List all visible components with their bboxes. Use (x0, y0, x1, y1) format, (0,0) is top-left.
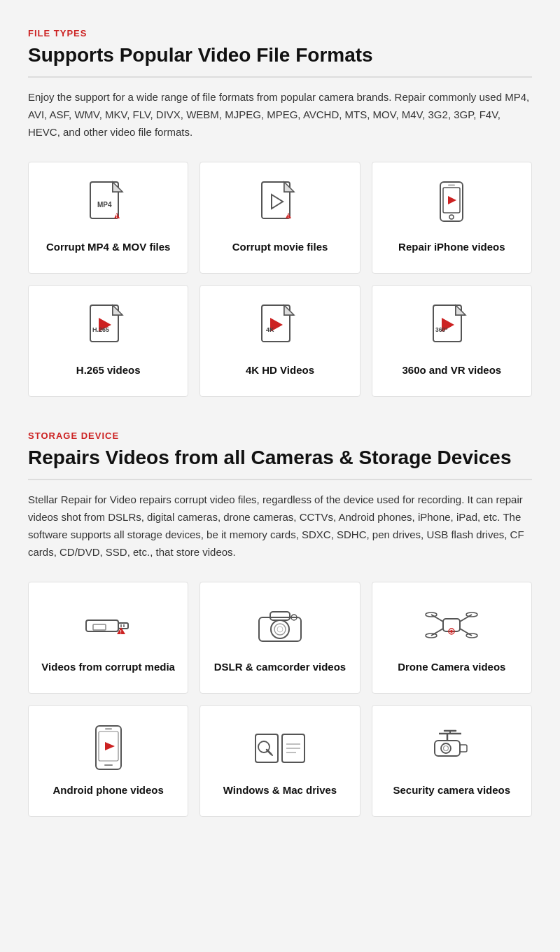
card-iphone-label: Repair iPhone videos (398, 239, 505, 254)
card-movie: ! Corrupt movie files (200, 162, 360, 274)
svg-rect-64 (435, 741, 460, 756)
svg-text:360°: 360° (435, 326, 448, 333)
card-windows-mac-label: Windows & Mac drives (223, 783, 337, 797)
svg-point-50 (450, 630, 453, 633)
file-types-title: Supports Popular Video File Formats (28, 44, 532, 78)
svg-rect-67 (460, 745, 467, 752)
card-dslr: DSLR & camcorder videos (200, 582, 360, 694)
drive-icon (254, 725, 306, 770)
card-4k-label: 4K HD Videos (246, 363, 314, 377)
movie-icon: ! (259, 182, 301, 227)
file-types-label: FILE TYPES (28, 28, 532, 38)
svg-point-36 (271, 620, 289, 638)
svg-text:!: ! (287, 214, 288, 218)
file-types-section: FILE TYPES Supports Popular Video File F… (28, 28, 532, 397)
svg-point-13 (449, 215, 454, 219)
svg-rect-34 (259, 617, 301, 641)
svg-marker-53 (105, 742, 115, 750)
android-icon (93, 725, 124, 770)
drone-icon (424, 602, 479, 647)
svg-text:H.265: H.265 (92, 326, 109, 333)
svg-rect-14 (448, 185, 455, 186)
h265-icon: H.265 (88, 305, 130, 350)
svg-line-41 (431, 615, 443, 622)
card-drone-label: Drone Camera videos (398, 659, 505, 674)
card-360-label: 360o and VR videos (402, 363, 501, 377)
card-corrupt-media-label: Videos from corrupt media (41, 659, 175, 674)
card-windows-mac: Windows & Mac drives (200, 705, 360, 817)
svg-point-66 (444, 746, 449, 751)
storage-title: Repairs Videos from all Cameras & Storag… (28, 447, 532, 480)
mp4-icon: MP4 ! (88, 182, 130, 227)
usb-icon: ! (83, 602, 134, 647)
card-mp4-mov: MP4 ! Corrupt MP4 & MOV files (28, 162, 188, 274)
svg-rect-35 (270, 612, 290, 620)
svg-text:MP4: MP4 (97, 201, 112, 209)
4k-icon: 4K (259, 305, 301, 350)
card-security-label: Security camera videos (393, 783, 511, 797)
card-4k: 4K 4K HD Videos (200, 285, 360, 397)
svg-point-37 (274, 624, 286, 635)
svg-point-65 (441, 743, 451, 753)
svg-rect-55 (105, 728, 112, 730)
card-android: Android phone videos (28, 705, 188, 817)
security-icon (425, 725, 478, 770)
storage-section: STORAGE DEVICE Repairs Videos from all C… (28, 430, 532, 817)
360-icon: 360° (430, 305, 472, 350)
svg-marker-12 (448, 196, 456, 204)
svg-rect-31 (93, 624, 106, 630)
svg-line-44 (460, 629, 472, 636)
file-types-grid: MP4 ! Corrupt MP4 & MOV files (28, 162, 532, 397)
svg-line-42 (460, 615, 472, 622)
svg-rect-40 (443, 619, 460, 631)
svg-marker-7 (272, 195, 283, 209)
iphone-icon (433, 182, 470, 227)
card-security: Security camera videos (372, 705, 532, 817)
svg-text:!: ! (120, 629, 121, 634)
card-dslr-label: DSLR & camcorder videos (214, 659, 346, 674)
svg-rect-28 (118, 623, 128, 629)
file-types-description: Enjoy the support for a wide range of fi… (28, 89, 532, 141)
svg-line-43 (431, 629, 443, 636)
card-360: 360° 360o and VR videos (372, 285, 532, 397)
card-movie-label: Corrupt movie files (232, 239, 328, 254)
storage-description: Stellar Repair for Video repairs corrupt… (28, 491, 532, 561)
card-corrupt-media: ! Videos from corrupt media (28, 582, 188, 694)
card-h265-label: H.265 videos (76, 363, 141, 377)
storage-label: STORAGE DEVICE (28, 430, 532, 441)
storage-grid: ! Videos from corrupt media (28, 582, 532, 817)
svg-text:4K: 4K (266, 326, 274, 333)
card-h265: H.265 H.265 videos (28, 285, 188, 397)
camera-icon (256, 602, 304, 647)
card-drone: Drone Camera videos (372, 582, 532, 694)
card-mp4-mov-label: Corrupt MP4 & MOV files (46, 239, 171, 254)
card-iphone: Repair iPhone videos (372, 162, 532, 274)
svg-text:!: ! (115, 214, 117, 218)
svg-point-38 (277, 626, 283, 632)
card-android-label: Android phone videos (52, 783, 163, 797)
